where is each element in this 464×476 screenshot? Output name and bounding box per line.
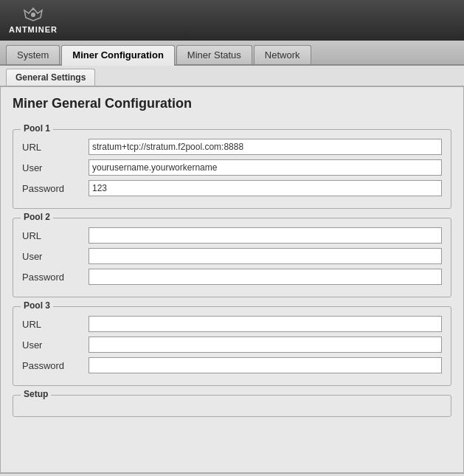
pool1-password-label: Password <box>22 183 89 194</box>
pool1-user-label: User <box>22 162 89 173</box>
pool3-url-label: URL <box>22 319 89 330</box>
pool1-password-input[interactable] <box>89 180 442 196</box>
page-title: Miner General Configuration <box>13 96 451 117</box>
tab-miner-config[interactable]: Miner Configuration <box>61 45 175 66</box>
setup-group: Setup <box>13 395 451 417</box>
pool1-url-row: URL <box>22 139 442 155</box>
pool3-password-input[interactable] <box>89 357 442 373</box>
app-header: ANTMINER <box>0 0 464 41</box>
subtab-general-settings[interactable]: General Settings <box>6 69 95 86</box>
logo-text: ANTMINER <box>9 25 58 34</box>
pool3-password-label: Password <box>22 360 89 371</box>
pool1-url-label: URL <box>22 142 89 153</box>
pool2-group: Pool 2 URL User Password <box>13 218 451 297</box>
pool3-user-row: User <box>22 337 442 353</box>
pool1-user-row: User <box>22 159 442 176</box>
pool3-user-label: User <box>22 339 89 351</box>
svg-point-1 <box>31 13 35 17</box>
subtab-bar: General Settings <box>0 66 464 86</box>
tab-miner-status[interactable]: Miner Status <box>176 45 252 64</box>
pool3-legend: Pool 3 <box>21 300 53 311</box>
pool1-group: Pool 1 URL User Password <box>13 129 451 209</box>
pool2-password-label: Password <box>22 272 89 283</box>
pool2-password-input[interactable] <box>89 269 442 285</box>
pool3-user-input[interactable] <box>89 337 442 353</box>
pool2-user-row: User <box>22 248 442 264</box>
pool1-legend: Pool 1 <box>21 123 53 134</box>
pool3-url-row: URL <box>22 316 442 332</box>
tab-system[interactable]: System <box>6 45 60 64</box>
logo: ANTMINER <box>9 7 58 34</box>
pool3-url-input[interactable] <box>89 316 442 332</box>
logo-icon <box>23 7 44 24</box>
pool2-url-input[interactable] <box>89 227 442 244</box>
pool2-url-row: URL <box>22 227 442 244</box>
pool1-user-input[interactable] <box>89 159 442 176</box>
tab-network[interactable]: Network <box>254 45 311 64</box>
pool3-group: Pool 3 URL User Password <box>13 306 451 386</box>
pool3-password-row: Password <box>22 357 442 373</box>
pool1-url-input[interactable] <box>89 139 442 155</box>
main-tab-bar: System Miner Configuration Miner Status … <box>0 41 464 66</box>
footer: Reset Save&Apply <box>0 473 464 476</box>
setup-legend: Setup <box>21 389 51 399</box>
pool2-user-input[interactable] <box>89 248 442 264</box>
pool2-url-label: URL <box>22 230 89 241</box>
pool2-password-row: Password <box>22 269 442 285</box>
pool2-user-label: User <box>22 251 89 262</box>
pool2-legend: Pool 2 <box>21 212 53 222</box>
pool1-password-row: Password <box>22 180 442 196</box>
main-content: Miner General Configuration Pool 1 URL U… <box>0 86 464 473</box>
